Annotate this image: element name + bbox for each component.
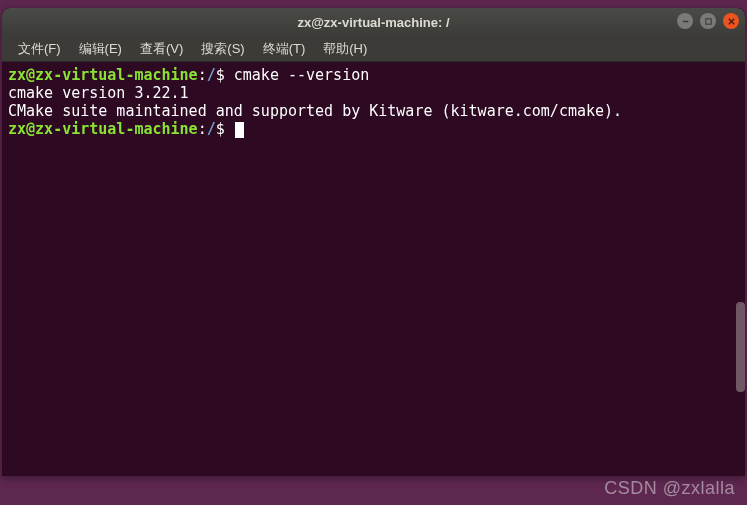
menu-file[interactable]: 文件(F) [10, 37, 69, 61]
terminal-window: zx@zx-virtual-machine: / 文件(F) 编辑(E) 查看(… [2, 8, 745, 476]
maximize-button[interactable] [700, 13, 716, 29]
prompt-dollar: $ [216, 120, 234, 138]
prompt-path: / [207, 120, 216, 138]
menu-search[interactable]: 搜索(S) [193, 37, 252, 61]
cursor-block [235, 122, 244, 138]
output-line: cmake version 3.22.1 [8, 84, 739, 102]
scrollbar-thumb[interactable] [736, 302, 745, 392]
prompt-path: / [207, 66, 216, 84]
command-text: cmake --version [234, 66, 369, 84]
prompt-line-2: zx@zx-virtual-machine:/$ [8, 120, 739, 138]
output-line: CMake suite maintained and supported by … [8, 102, 739, 120]
menubar: 文件(F) 编辑(E) 查看(V) 搜索(S) 终端(T) 帮助(H) [2, 36, 745, 62]
menu-help[interactable]: 帮助(H) [315, 37, 375, 61]
prompt-user: zx@zx-virtual-machine [8, 120, 198, 138]
window-controls [677, 13, 739, 29]
close-button[interactable] [723, 13, 739, 29]
menu-terminal[interactable]: 终端(T) [255, 37, 314, 61]
prompt-sep: : [198, 66, 207, 84]
window-title: zx@zx-virtual-machine: / [297, 15, 449, 30]
prompt-dollar: $ [216, 66, 234, 84]
prompt-user: zx@zx-virtual-machine [8, 66, 198, 84]
svg-rect-1 [705, 18, 710, 23]
prompt-sep: : [198, 120, 207, 138]
prompt-line-1: zx@zx-virtual-machine:/$ cmake --version [8, 66, 739, 84]
menu-view[interactable]: 查看(V) [132, 37, 191, 61]
titlebar[interactable]: zx@zx-virtual-machine: / [2, 8, 745, 36]
watermark-text: CSDN @zxlalla [604, 478, 735, 499]
terminal-area[interactable]: zx@zx-virtual-machine:/$ cmake --version… [2, 62, 745, 476]
minimize-button[interactable] [677, 13, 693, 29]
menu-edit[interactable]: 编辑(E) [71, 37, 130, 61]
